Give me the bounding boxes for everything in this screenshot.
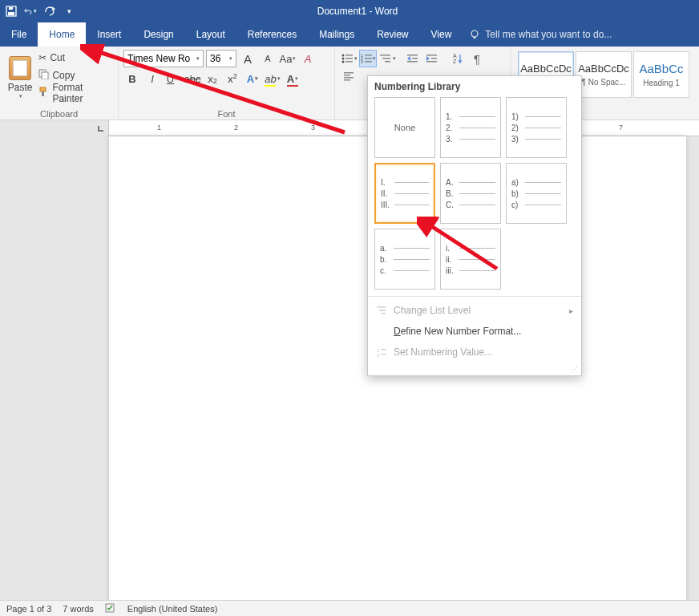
brush-icon <box>38 87 49 99</box>
strikethrough-button[interactable]: abc <box>184 70 201 87</box>
svg-point-9 <box>341 55 344 57</box>
numbering-library-header: Numbering Library <box>368 76 581 97</box>
bold-button[interactable]: B <box>123 70 141 87</box>
tab-file[interactable]: File <box>0 22 38 47</box>
group-font: Times New Ro▾ 36▾ A A Aa▾ A B I U▾ abc x… <box>119 47 335 120</box>
tab-insert[interactable]: Insert <box>86 22 132 47</box>
svg-rect-34 <box>344 77 354 79</box>
resize-grip-icon[interactable]: ⋰ <box>368 366 581 375</box>
group-label-clipboard: Clipboard <box>5 107 113 120</box>
scissors-icon: ✂ <box>38 52 46 63</box>
numbering-library-popup: Numbering Library None1.2.3.1)2)3)I.II.I… <box>367 75 582 376</box>
numbering-option-3[interactable]: I.II.III. <box>374 163 435 224</box>
svg-text:3: 3 <box>361 59 363 64</box>
status-bar: Page 1 of 3 7 words English (United Stat… <box>0 600 699 616</box>
svg-rect-42 <box>381 354 386 355</box>
numbering-option-7[interactable]: i.ii.iii. <box>440 229 501 290</box>
list-level-icon <box>376 305 387 316</box>
svg-rect-35 <box>344 79 350 81</box>
svg-rect-28 <box>426 61 437 63</box>
numbering-option-1[interactable]: 1.2.3. <box>440 97 501 158</box>
show-hide-button[interactable]: ¶ <box>468 50 486 67</box>
underline-button[interactable]: U▾ <box>164 70 181 87</box>
numbering-option-0[interactable]: None <box>374 97 435 158</box>
tab-design[interactable]: Design <box>132 22 184 47</box>
superscript-button[interactable]: x2 <box>224 70 241 87</box>
svg-rect-16 <box>365 55 372 56</box>
style-no-spacing[interactable]: AaBbCcDc¶ No Spac... <box>576 51 632 98</box>
numbering-option-6[interactable]: a.b.c. <box>374 229 435 290</box>
svg-rect-18 <box>365 58 372 59</box>
copy-icon <box>38 69 49 82</box>
status-page[interactable]: Page 1 of 3 <box>6 604 51 614</box>
status-words[interactable]: 7 words <box>63 604 94 614</box>
svg-rect-23 <box>385 61 390 63</box>
vertical-ruler[interactable] <box>0 136 24 600</box>
italic-button[interactable]: I <box>143 70 161 87</box>
sort-button[interactable]: AZ <box>449 50 467 67</box>
font-color-button[interactable]: A▾ <box>284 70 301 87</box>
svg-rect-41 <box>381 349 386 350</box>
format-painter-button[interactable]: Format Painter <box>38 85 113 101</box>
font-size-combo[interactable]: 36▾ <box>206 50 236 67</box>
svg-rect-25 <box>407 61 418 63</box>
status-language[interactable]: English (United States) <box>127 604 218 614</box>
clear-formatting-button[interactable]: A <box>299 50 317 67</box>
svg-rect-26 <box>412 58 418 59</box>
font-name-combo[interactable]: Times New Ro▾ <box>123 50 204 67</box>
text-effects-button[interactable]: A▾ <box>244 70 261 87</box>
tab-mailings[interactable]: Mailings <box>308 22 366 47</box>
tab-layout[interactable]: Layout <box>185 22 236 47</box>
shrink-font-button[interactable]: A <box>259 50 277 67</box>
change-case-button[interactable]: Aa▾ <box>279 50 297 67</box>
tab-view[interactable]: View <box>420 22 463 47</box>
numbering-option-5[interactable]: a)b)c) <box>506 163 567 224</box>
numbering-button[interactable]: 123▾ <box>359 50 377 67</box>
horizontal-ruler[interactable]: 1234567 <box>0 120 699 136</box>
svg-point-11 <box>341 58 344 60</box>
svg-rect-29 <box>431 58 437 59</box>
bullets-button[interactable]: ▾ <box>340 50 358 67</box>
copy-button[interactable]: Copy <box>38 67 113 83</box>
numbering-option-4[interactable]: A.B.C. <box>440 163 501 224</box>
change-list-level-cmd: Change List Level▸ <box>368 300 581 321</box>
svg-rect-4 <box>474 37 476 38</box>
svg-rect-7 <box>40 87 46 91</box>
multilevel-list-button[interactable]: ▾ <box>378 50 396 67</box>
decrease-indent-button[interactable] <box>404 50 422 67</box>
svg-rect-20 <box>365 61 372 63</box>
svg-rect-14 <box>345 61 353 63</box>
ribbon-tabs: File Home Insert Design Layout Reference… <box>0 22 699 47</box>
svg-rect-6 <box>42 72 48 79</box>
increase-indent-button[interactable] <box>423 50 441 67</box>
svg-rect-24 <box>407 55 418 56</box>
qat-customize-icon[interactable]: ▾ <box>63 5 75 18</box>
undo-icon[interactable]: ▾ <box>24 5 37 18</box>
tab-review[interactable]: Review <box>366 22 419 47</box>
cut-button[interactable]: ✂Cut <box>38 50 113 66</box>
tab-selector-icon[interactable] <box>97 124 105 132</box>
tab-references[interactable]: References <box>236 22 308 47</box>
numbering-option-2[interactable]: 1)2)3) <box>506 97 567 158</box>
tab-home[interactable]: Home <box>38 22 86 47</box>
redo-icon[interactable] <box>43 5 56 18</box>
highlight-button[interactable]: ab▾ <box>264 70 281 87</box>
tell-me-placeholder: Tell me what you want to do... <box>485 29 612 40</box>
svg-rect-36 <box>377 306 386 308</box>
tell-me-search[interactable]: Tell me what you want to do... <box>469 29 612 40</box>
svg-rect-32 <box>344 72 354 74</box>
style-heading-1[interactable]: AaBbCcHeading 1 <box>633 51 689 98</box>
set-value-icon: 12 <box>376 346 387 358</box>
title-bar: ▾ ▾ Document1 - Word <box>0 0 699 22</box>
svg-rect-37 <box>379 310 386 311</box>
subscript-button[interactable]: x2 <box>204 70 221 87</box>
svg-text:2: 2 <box>377 353 380 358</box>
save-icon[interactable] <box>5 5 18 18</box>
bulb-icon <box>469 29 480 40</box>
paste-button[interactable]: Paste ▾ <box>5 48 35 107</box>
define-number-format-cmd[interactable]: Define New Number Format... <box>368 321 581 342</box>
svg-point-13 <box>341 61 344 63</box>
grow-font-button[interactable]: A <box>239 50 257 67</box>
align-left-button[interactable] <box>340 67 358 85</box>
spellcheck-icon[interactable] <box>105 602 116 615</box>
